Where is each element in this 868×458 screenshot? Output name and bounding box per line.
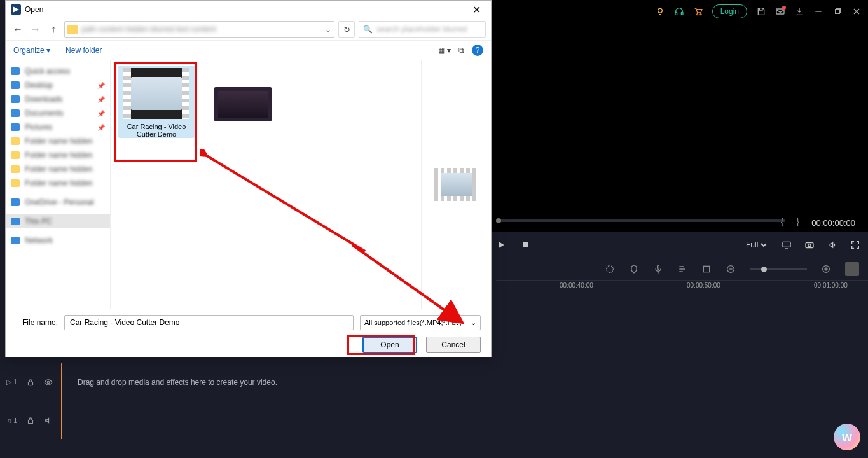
sidebar-item-folder[interactable]: Folder name hidden	[6, 162, 110, 176]
svg-rect-16	[29, 382, 33, 385]
minimize-icon[interactable]	[813, 6, 823, 17]
eye-icon[interactable]	[44, 378, 53, 387]
marker-icon[interactable]	[629, 264, 639, 274]
speed-icon[interactable]	[605, 264, 615, 274]
svg-rect-8	[783, 242, 790, 247]
sidebar-item[interactable]: Pictures📌	[6, 120, 110, 134]
audio-mixer-icon[interactable]	[677, 264, 687, 274]
svg-rect-6	[836, 10, 840, 14]
preview-pane-icon[interactable]: ⧉	[458, 46, 464, 55]
crop-icon[interactable]	[701, 264, 712, 274]
svg-rect-9	[806, 243, 813, 248]
back-icon[interactable]: ←	[11, 22, 25, 36]
sidebar-item[interactable]: Desktop📌	[6, 78, 110, 92]
svg-point-0	[658, 8, 662, 13]
preview-controls: Full	[496, 235, 860, 254]
filetype-select[interactable]: All supported files(*.MP4;*.FLV;⌄	[360, 315, 481, 330]
search-icon: 🔍	[363, 25, 373, 34]
refresh-icon[interactable]: ↻	[338, 21, 355, 38]
lock-icon[interactable]	[26, 378, 35, 387]
svg-rect-13	[703, 266, 709, 272]
sidebar-item[interactable]: Documents📌	[6, 106, 110, 120]
help-icon[interactable]: ?	[472, 45, 483, 56]
filename-label: File name:	[16, 318, 58, 327]
svg-point-10	[808, 244, 811, 247]
sidebar-item[interactable]: Downloads📌	[6, 92, 110, 106]
zoom-out-icon[interactable]	[726, 264, 736, 274]
stop-icon[interactable]	[520, 240, 530, 250]
cart-icon[interactable]	[693, 6, 703, 17]
sidebar-item-folder[interactable]: Folder name hidden	[6, 148, 110, 162]
file-list[interactable]: Car Racing - Video Cutter Demo	[111, 60, 421, 309]
svg-point-4	[700, 14, 701, 15]
svg-rect-18	[29, 420, 33, 423]
close-icon[interactable]	[851, 6, 862, 17]
mail-icon[interactable]	[775, 6, 785, 17]
zoom-select[interactable]: Full	[743, 240, 769, 250]
dialog-footer: File name: All supported files(*.MP4;*.F…	[6, 309, 491, 358]
svg-rect-12	[658, 265, 659, 270]
mic-icon[interactable]	[653, 264, 663, 274]
video-track-body[interactable]: Drag and drop media and effects here to …	[62, 378, 868, 387]
sidebar-item-quick[interactable]: Quick access	[6, 64, 110, 78]
ruler-mark: 00:01:00:00	[814, 282, 848, 289]
download-icon[interactable]	[794, 6, 804, 17]
play-icon[interactable]	[496, 240, 506, 250]
time-ruler[interactable]: 00:00:40:00 00:00:50:00 00:01:00:00	[496, 280, 868, 300]
seek-bar[interactable]	[496, 219, 785, 222]
fit-icon[interactable]	[845, 262, 859, 276]
svg-rect-5	[776, 9, 784, 14]
audio-track-gutter: ♫ 1	[0, 401, 62, 439]
save-icon[interactable]	[756, 6, 766, 17]
lightbulb-icon[interactable]	[655, 6, 665, 17]
up-icon[interactable]: ↑	[46, 22, 60, 36]
annotation-arrow	[200, 149, 378, 258]
restore-icon[interactable]	[832, 6, 843, 17]
track-label: ♫ 1	[6, 417, 17, 424]
login-button[interactable]: Login	[712, 4, 747, 18]
fullscreen-icon[interactable]	[850, 240, 860, 250]
sidebar-item-thispc[interactable]: This PC	[6, 214, 110, 228]
speaker-icon[interactable]	[44, 416, 53, 425]
filename-input[interactable]	[64, 315, 354, 330]
svg-rect-1	[675, 12, 677, 15]
cancel-button[interactable]: Cancel	[426, 337, 481, 353]
close-icon[interactable]: ✕	[467, 4, 486, 16]
track-label: ▷ 1	[6, 378, 17, 386]
video-track[interactable]: ▷ 1 Drag and drop media and effects here…	[0, 363, 868, 401]
video-track-gutter: ▷ 1	[0, 363, 62, 401]
svg-point-11	[607, 266, 614, 273]
ruler-mark: 00:00:40:00	[560, 282, 593, 289]
headset-icon[interactable]	[674, 6, 684, 17]
view-mode-icon[interactable]: ▦ ▾	[438, 46, 451, 55]
dialog-toolbar: Organize ▾ New folder ▦ ▾ ⧉ ?	[6, 40, 491, 60]
annotation-box	[114, 62, 197, 162]
zoom-slider[interactable]	[750, 268, 807, 270]
app-topbar: Login	[655, 0, 868, 23]
svg-point-3	[696, 14, 698, 15]
sidebar-item-folder[interactable]: Folder name hidden	[6, 176, 110, 190]
search-input[interactable]: 🔍 search placeholder blurred	[359, 21, 486, 38]
dialog-titlebar: Open ✕	[6, 1, 491, 18]
forward-icon[interactable]: →	[29, 22, 43, 36]
display-icon[interactable]	[782, 240, 792, 250]
svg-point-17	[47, 381, 50, 384]
sidebar-item-onedrive[interactable]: OneDrive - Personal	[6, 195, 110, 209]
volume-icon[interactable]	[827, 240, 837, 250]
timeline-toolbar	[496, 260, 859, 279]
address-bar[interactable]: path content hidden blurred text content…	[64, 21, 334, 38]
sidebar-item-network[interactable]: Network	[6, 233, 110, 247]
audio-track[interactable]: ♫ 1	[0, 401, 868, 439]
ruler-mark: 00:00:50:00	[687, 282, 720, 289]
file-item[interactable]	[205, 87, 281, 125]
svg-line-19	[205, 155, 365, 251]
chevron-down-icon[interactable]: ⌄	[325, 25, 331, 34]
camera-icon[interactable]	[804, 240, 815, 250]
svg-rect-7	[523, 242, 528, 247]
zoom-in-icon[interactable]	[821, 264, 831, 274]
sidebar-item-folder[interactable]: Folder name hidden	[6, 134, 110, 148]
lock-icon[interactable]	[26, 416, 35, 425]
dialog-sidebar: Quick access Desktop📌 Downloads📌 Documen…	[6, 60, 111, 309]
organize-menu[interactable]: Organize ▾	[13, 46, 50, 55]
new-folder-button[interactable]: New folder	[65, 46, 102, 55]
